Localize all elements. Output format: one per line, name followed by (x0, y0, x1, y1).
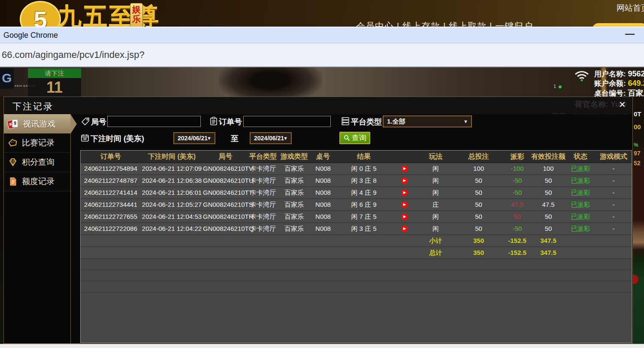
play-replay-button[interactable] (392, 187, 417, 198)
cell-game: 百家乐 (278, 187, 310, 198)
cell-platform: 卡卡湾厅 (248, 223, 278, 234)
cell-platform: 卡卡湾厅 (248, 175, 278, 186)
cell-bet: 闲 (417, 175, 454, 186)
empty-cell (141, 247, 203, 258)
date-to-value: 2024/06/21 (254, 135, 284, 142)
cell-mode: - (596, 223, 632, 234)
user-info-panel: 用户名称: 956273770 i 账户余额: 649.25 桌台编号: 百家乐… (594, 69, 644, 97)
empty-cell (392, 247, 417, 258)
subtotal-row-valid: 347.5 (531, 235, 565, 246)
cell-game: 百家乐 (278, 163, 310, 174)
column-header: 局号 (203, 151, 248, 163)
column-header: 玩法 (417, 151, 454, 163)
dealer-silhouette (219, 67, 322, 97)
grand-total-row-total: 350 (454, 247, 503, 258)
cell-valid: 100 (531, 163, 565, 174)
bet-countdown: 请下注 11 (28, 68, 81, 97)
date-from-value: 2024/06/21 (178, 135, 208, 142)
calendar-icon (81, 133, 89, 142)
play-icon[interactable] (401, 165, 408, 172)
bet-records-table: 订单号下注时间 (美东)局号平台类型游戏类型桌号结果玩法总投注派彩有效投注额状态… (80, 150, 632, 343)
cell-mode: - (596, 211, 632, 222)
cell-bet: 闲 (417, 187, 454, 198)
date-to-select[interactable]: 2024/06/21 (250, 132, 292, 144)
play-icon[interactable] (401, 177, 408, 184)
bet-time-label: 下注时间 (美东) (91, 133, 144, 144)
seat-dot (559, 85, 562, 88)
cell-game: 百家乐 (278, 211, 310, 222)
address-text[interactable]: 66.com/agingame/pcv1/index.jsp? (2, 49, 145, 61)
table-row: 2406211227344412024-06-21 12:05:27GN0082… (81, 199, 632, 211)
cell-order: 240621122754894 (81, 163, 141, 174)
cards-icon: K9 (8, 118, 19, 130)
empty-cell (203, 235, 248, 246)
sidebar-item-match-records[interactable]: 比赛记录 (4, 133, 70, 153)
empty-cell (278, 247, 310, 258)
play-replay-button[interactable] (392, 199, 417, 210)
promo-button[interactable] (592, 23, 644, 27)
minimize-icon[interactable]: — (625, 28, 635, 39)
column-header: 游戏模式 (596, 151, 632, 163)
play-replay-button[interactable] (392, 163, 417, 174)
order-no-input[interactable] (243, 116, 331, 127)
close-icon[interactable]: × (619, 99, 626, 110)
search-button-label: 查询 (352, 133, 366, 143)
cell-payout: -50 (503, 187, 531, 198)
background-right-strip: 0T 00 % 97 52 (633, 97, 644, 344)
cell-round: GN008246210TU (203, 175, 248, 186)
column-header: 派彩 (503, 151, 531, 163)
play-icon[interactable] (401, 213, 408, 220)
play-replay-button[interactable] (392, 175, 417, 186)
cell-order: 240621122748787 (81, 175, 141, 186)
column-header: 平台类型 (248, 151, 278, 163)
window-title: Google Chrome (3, 27, 58, 43)
search-button[interactable]: 查询 (339, 132, 370, 144)
platform-type-select[interactable]: 1.全部 (383, 115, 472, 127)
empty-cell (310, 247, 336, 258)
empty-cell (336, 247, 392, 258)
cell-result: 闲 7 庄 5 (336, 211, 392, 222)
empty-cell (248, 235, 278, 246)
balance-value: 649.25 (628, 79, 644, 88)
cell-valid: 50 (531, 175, 565, 186)
cell-valid: 50 (531, 211, 565, 222)
cell-result: 闲 3 庄 5 (336, 223, 392, 234)
cell-platform: 卡卡湾厅 (248, 163, 278, 174)
cell-status: 已派彩 (565, 223, 596, 234)
empty-cell (81, 247, 141, 258)
cell-tableNo: N008 (310, 175, 336, 186)
document-icon (8, 176, 18, 187)
play-replay-button[interactable] (392, 223, 417, 234)
date-from-select[interactable]: 2024/06/21 (173, 132, 215, 144)
cell-time: 2024-06-21 12:05:27 (141, 199, 203, 210)
play-icon[interactable] (401, 189, 408, 196)
subtotal-row-label: 小计 (417, 235, 454, 246)
logo-number: 5 (33, 6, 47, 27)
sidebar-item-video-games[interactable]: K9 视讯游戏 (4, 114, 70, 133)
countdown-value: 11 (46, 79, 63, 96)
cell-round: GN008246210TV (203, 163, 248, 174)
play-replay-button[interactable] (392, 211, 417, 222)
badge-char: 娱 (132, 5, 141, 14)
bg-limit-tail: 00 (634, 123, 641, 130)
round-no-input[interactable] (107, 116, 201, 127)
subtotal-row: 小计350-152.5347.5 (81, 235, 632, 247)
cell-payout: 50 (503, 211, 531, 222)
cell-mode: - (596, 199, 632, 210)
empty-table-row (81, 270, 632, 281)
cell-payout: -50 (503, 175, 531, 186)
url-bar: 66.com/agingame/pcv1/index.jsp? (0, 43, 644, 67)
cell-time: 2024-06-21 12:07:09 (141, 163, 203, 174)
chrome-titlebar: Google Chrome — (0, 27, 644, 43)
cell-mode: - (596, 175, 632, 186)
play-icon[interactable] (401, 201, 408, 208)
sidebar-item-quota-records[interactable]: 额度记录 (4, 172, 70, 191)
play-icon[interactable] (401, 225, 408, 232)
cell-status: 已派彩 (565, 163, 596, 174)
bottom-edge-strip (0, 344, 644, 348)
cell-order: 240621122734441 (81, 199, 141, 210)
top-nav-links[interactable]: 会员中心 | 线上存款 | 线上取款 | 一键归户 (356, 20, 533, 27)
cell-payout: -50 (503, 223, 531, 234)
sidebar-item-points-query[interactable]: 积分查询 (4, 153, 70, 172)
home-link[interactable]: 网站首页 (617, 3, 644, 14)
